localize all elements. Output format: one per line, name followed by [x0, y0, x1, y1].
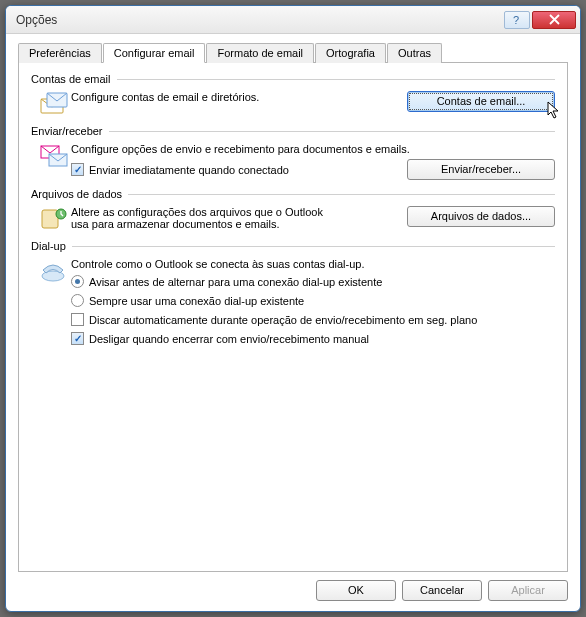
dialup-radio-always[interactable]: Sempre usar uma conexão dial-up existent… [71, 293, 555, 308]
send-receive-button[interactable]: Enviar/receber... [407, 159, 555, 180]
sendrecv-desc: Configure opções de envio e recebimento … [71, 143, 555, 155]
tab-preferencias[interactable]: Preferências [18, 43, 102, 63]
group-sendrecv-label: Enviar/receber [31, 125, 555, 137]
dialog-footer: OK Cancelar Aplicar [18, 572, 568, 601]
help-button[interactable]: ? [504, 11, 530, 29]
help-icon: ? [512, 14, 522, 26]
titlebar[interactable]: Opções ? [6, 6, 580, 34]
tab-ortografia[interactable]: Ortografia [315, 43, 386, 63]
tab-configurar-email[interactable]: Configurar email [103, 43, 206, 63]
dialup-desc: Controle como o Outlook se conecta às su… [71, 258, 555, 270]
tab-formato-de-email[interactable]: Formato de email [206, 43, 314, 63]
close-icon [549, 14, 560, 25]
radio-icon [71, 294, 84, 307]
checkbox-icon [71, 332, 84, 345]
data-files-button[interactable]: Arquivos de dados... [407, 206, 555, 227]
svg-text:?: ? [513, 14, 519, 26]
close-button[interactable] [532, 11, 576, 29]
checkbox-icon [71, 163, 84, 176]
radio-icon [71, 275, 84, 288]
dialup-hangup-checkbox[interactable]: Desligar quando encerrar com envio/receb… [71, 331, 555, 346]
send-receive-icon [39, 143, 69, 169]
dialup-radio-warn[interactable]: Avisar antes de alternar para uma conexã… [71, 274, 555, 289]
svg-rect-5 [42, 210, 58, 228]
datafiles-desc: Altere as configurações dos arquivos que… [71, 206, 331, 230]
group-dialup-label: Dial-up [31, 240, 555, 252]
apply-button[interactable]: Aplicar [488, 580, 568, 601]
cancel-button[interactable]: Cancelar [402, 580, 482, 601]
phone-icon [39, 258, 69, 284]
options-dialog: Opções ? Preferências Configurar email F… [5, 5, 581, 612]
tab-panel: Contas de email Configure contas de emai… [18, 62, 568, 572]
window-title: Opções [16, 13, 504, 27]
accounts-desc: Configure contas de email e diretórios. [71, 91, 407, 103]
send-immediate-checkbox[interactable]: Enviar imediatamente quando conectado [71, 162, 407, 177]
data-files-icon [39, 206, 69, 232]
email-accounts-button[interactable]: Contas de email... [407, 91, 555, 112]
tab-strip: Preferências Configurar email Formato de… [18, 43, 568, 63]
checkbox-icon [71, 313, 84, 326]
tab-outras[interactable]: Outras [387, 43, 442, 63]
group-accounts-label: Contas de email [31, 73, 555, 85]
envelope-icon [39, 91, 69, 117]
dialup-autodial-checkbox[interactable]: Discar automaticamente durante operação … [71, 312, 555, 327]
group-datafiles-label: Arquivos de dados [31, 188, 555, 200]
ok-button[interactable]: OK [316, 580, 396, 601]
